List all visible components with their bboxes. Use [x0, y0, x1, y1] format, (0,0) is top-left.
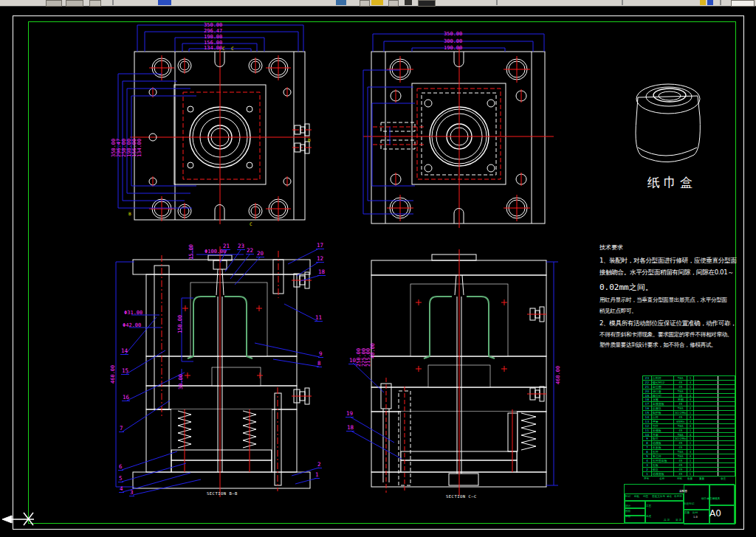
title-block-labels-item: 比例	[693, 511, 698, 514]
parts-table-cell: 12	[643, 424, 652, 428]
section-b-balloons-item: 17	[316, 243, 324, 249]
parts-table-cell: 3	[643, 463, 652, 467]
parts-table-cell: 15	[643, 411, 652, 415]
title-block-labels-item: 共 张	[664, 519, 670, 522]
parts-table-cell: 14	[643, 415, 652, 419]
plan-a-section-marks-item: C	[231, 46, 234, 51]
parts-table-cell	[694, 398, 718, 401]
parts-table-cell	[694, 433, 718, 437]
section-c-dim-labels-item: 460.00	[555, 366, 561, 384]
plan-a-dim-labels-item: 350.00	[204, 22, 222, 28]
parts-table-cell: 导套	[652, 433, 675, 437]
parts-table-cell: 型腔板	[652, 411, 675, 415]
plan-view-a	[118, 25, 312, 224]
parts-table-cell: 19	[643, 394, 652, 398]
parts-table-cell	[718, 437, 735, 440]
parts-table-cell: 复位杆	[652, 454, 675, 458]
parts-table-cell: 4	[643, 459, 652, 462]
parts-table-cell: 18	[643, 398, 652, 401]
parts-table-cell: 7	[643, 446, 652, 449]
cad-canvas[interactable]: 技术要求 纸巾盒 SECTION B—B SECTION C—C 23拉料杆T8…	[0, 0, 756, 537]
parts-table-cell	[694, 389, 718, 393]
parts-table-cell: 拉杆	[652, 415, 675, 419]
parts-table-cell: 45	[674, 446, 687, 449]
title-block-labels-item: 质量	[684, 511, 690, 514]
parts-table-cell: 水嘴	[652, 398, 675, 401]
parts-table-cell: 4	[687, 398, 694, 401]
parts-table-cell	[694, 420, 718, 423]
parts-table-cell: T8A	[674, 450, 687, 454]
parts-table-cell: 动模板	[652, 441, 675, 445]
parts-table-cell: 6	[643, 450, 652, 454]
parts-table-cell	[694, 394, 718, 398]
parts-table-cell: 1	[687, 376, 694, 380]
parts-table-cell: 16	[643, 406, 652, 410]
tech-requirements-item: 不得有歪斜和卡滞现象。要求固定的零件不得相对窜动。	[599, 332, 732, 338]
tech-requirements-item: 稍见红点即可。	[599, 308, 636, 314]
parts-table-cell	[718, 433, 735, 437]
parts-table-cell: 1	[687, 437, 694, 440]
tech-requirements-item: 2、模具所有活动部位应保证位置准确，动作可靠，	[599, 320, 736, 327]
section-b-balloons-item: 9	[318, 351, 323, 358]
parts-table-cell: 4	[687, 415, 694, 419]
plan-a-dim-labels-item: 190.00	[204, 34, 222, 40]
parts-table-cell	[718, 450, 735, 454]
title-block-labels-item: 设计	[625, 505, 630, 507]
parts-table-cell: 1	[643, 472, 652, 477]
parts-table-cell: 13	[643, 420, 652, 423]
parts-table-cell	[718, 446, 735, 449]
title-block-labels-item: 年月日	[674, 495, 682, 498]
parts-table-cell	[718, 411, 735, 415]
parts-table-cell: 45	[674, 468, 687, 471]
ucs-icon	[2, 513, 34, 525]
title-block-labels-item: 分区	[643, 495, 648, 498]
tech-requirements-item: 1、装配时，对各分型面进行修研，应使垂直分型面	[599, 257, 736, 264]
tech-requirements-item: 塑件质量要达到设计要求，如不符合，修模再试。	[599, 342, 716, 348]
parts-table-cell: T8A	[674, 376, 687, 380]
parts-table-cell: 推杆	[652, 450, 675, 454]
parts-table-cell: 10	[643, 433, 652, 437]
section-c-balloons-item: 10	[348, 358, 357, 364]
title-block-labels-item: 材料	[677, 477, 682, 480]
parts-table-cell	[718, 385, 735, 389]
parts-table-cell: 1	[687, 385, 694, 389]
parts-table-cell	[718, 441, 735, 445]
parts-table-cell	[694, 441, 718, 445]
parts-table-cell	[694, 376, 718, 380]
parts-table-cell: 定模座板	[652, 402, 675, 406]
parts-table-cell: 3Cr2Mo	[674, 411, 687, 415]
parts-table-cell	[694, 437, 718, 440]
parts-table-cell	[718, 459, 735, 462]
plan-b-dim-labels-item: 190.00	[444, 45, 462, 51]
parts-table-cell: 1	[687, 411, 694, 415]
section-b-dim-labels-item: 460.00	[110, 365, 116, 384]
section-b-balloons-item: 3	[129, 490, 134, 496]
parts-table-cell: 1	[687, 389, 694, 393]
tech-requirements-item: 用红丹显示时，当垂直分型面显出最亮点，水平分型面	[599, 297, 727, 303]
parts-table-cell	[718, 406, 735, 410]
parts-table-cell: 垫块	[652, 468, 675, 471]
plan-a-section-marks-item: B	[308, 137, 311, 142]
parts-table-cell	[718, 463, 735, 467]
parts-table-cell: 45	[674, 415, 687, 419]
parts-table-cell: 45	[674, 463, 687, 467]
parts-table-cell: 推杆固定板	[652, 459, 675, 462]
section-b-dim-labels-item: Φ42.00	[123, 322, 141, 328]
plan-a-section-marks-item: C	[222, 46, 225, 51]
parts-table-cell: 拉料杆	[652, 376, 675, 380]
section-b-dim-labels-item: 150.00	[177, 315, 183, 333]
parts-table-cell: 支承板	[652, 446, 675, 449]
plan-view-b	[363, 34, 554, 228]
section-b-balloons-item: 16	[122, 395, 130, 401]
parts-table-cell	[694, 463, 718, 467]
section-b-balloons-item: 8	[317, 361, 322, 367]
parts-table-cell	[718, 424, 735, 428]
parts-table-cell	[694, 402, 718, 406]
parts-table-cell	[694, 411, 718, 415]
plan-b-dim-labels-item: 300.00	[444, 38, 462, 44]
parts-table-cell: T8A	[674, 454, 687, 458]
plan-b-dim-labels-item: 350.00	[444, 31, 462, 37]
parts-table-cell: 推板	[652, 463, 675, 467]
parts-table-cell: 45	[674, 459, 687, 462]
parts-table-cell: 45	[674, 429, 687, 432]
